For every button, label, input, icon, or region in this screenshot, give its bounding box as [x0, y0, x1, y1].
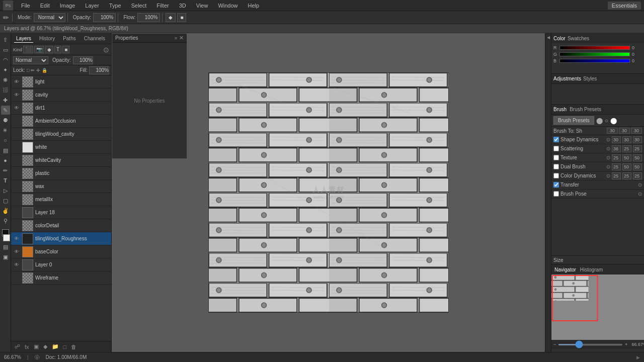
menu-filter[interactable]: Filter: [154, 3, 171, 9]
layer-visibility-toggle[interactable]: [13, 170, 20, 177]
background-color[interactable]: [3, 234, 10, 241]
lock-transparent-icon[interactable]: □: [27, 68, 29, 73]
tab-swatches[interactable]: Swatches: [568, 36, 589, 41]
history-brush-tool[interactable]: ⛯: [1, 126, 10, 135]
lock-all-icon[interactable]: 🔒: [42, 68, 47, 73]
essentials-button[interactable]: Essentials: [608, 2, 641, 10]
fill-value-layers[interactable]: [89, 66, 109, 74]
screen-mode-tool[interactable]: ▣: [1, 252, 10, 261]
tab-color[interactable]: Color: [553, 36, 566, 41]
layer-item[interactable]: tilingWood_cavity: [11, 128, 111, 141]
filter-toggle[interactable]: ⊙: [103, 46, 109, 54]
brush-setting-icon[interactable]: ⊙: [606, 155, 610, 160]
menu-type[interactable]: Type: [107, 3, 123, 9]
menu-layer[interactable]: Layer: [83, 3, 101, 9]
filter-pixel-btn[interactable]: 📷: [34, 46, 44, 53]
status-right-arrow[interactable]: ▶: [636, 355, 640, 360]
layer-item[interactable]: whiteCavity: [11, 154, 111, 167]
layer-item[interactable]: 👁Layer 0: [11, 258, 111, 272]
layer-visibility-toggle[interactable]: 👁: [13, 92, 20, 99]
tab-histogram[interactable]: Histogram: [580, 267, 603, 273]
brush-setting-checkbox[interactable]: [553, 146, 559, 151]
stamp-tool[interactable]: ⚈: [1, 116, 10, 125]
info-icon[interactable]: 🛈: [35, 354, 40, 360]
brush-setting-checkbox[interactable]: [553, 137, 559, 142]
brush-setting-checkbox[interactable]: [553, 164, 559, 169]
lasso-tool[interactable]: ◠: [1, 55, 10, 64]
shape-tool[interactable]: ▢: [1, 196, 10, 205]
g-slider[interactable]: [559, 52, 630, 56]
layer-visibility-toggle[interactable]: [13, 131, 20, 138]
layer-item[interactable]: Wireframe: [11, 272, 111, 285]
gradient-tool[interactable]: ▤: [1, 146, 10, 155]
crop-tool[interactable]: ❋: [1, 75, 10, 84]
hand-tool[interactable]: ✌: [1, 206, 10, 215]
brush-shape-icon[interactable]: ⬤: [596, 117, 603, 124]
dodge-tool[interactable]: ●: [1, 156, 10, 165]
layer-item[interactable]: 👁light: [11, 75, 111, 88]
menu-window[interactable]: Window: [216, 3, 239, 9]
layer-visibility-toggle[interactable]: 👁: [13, 261, 20, 268]
brush-softness-icon[interactable]: ○: [605, 117, 608, 124]
properties-options[interactable]: ≡: [175, 36, 177, 41]
layer-item[interactable]: white: [11, 141, 111, 154]
menu-view[interactable]: View: [194, 3, 210, 9]
brush-setting-icon[interactable]: ⊙: [606, 146, 610, 151]
layer-visibility-toggle[interactable]: [13, 144, 20, 151]
tab-brush-presets[interactable]: Brush Presets: [570, 107, 601, 112]
brush-presets-btn[interactable]: Brush Presets: [553, 116, 594, 125]
lock-position-icon[interactable]: ✛: [36, 68, 40, 73]
document-canvas[interactable]: 人人素材 www.rr-sc.com: [208, 72, 449, 313]
move-tool[interactable]: ⇧: [1, 35, 10, 44]
layer-visibility-toggle[interactable]: 👁: [13, 248, 20, 255]
brush-tool[interactable]: ✎: [1, 106, 10, 115]
layer-visibility-toggle[interactable]: [13, 183, 20, 190]
layer-visibility-toggle[interactable]: [13, 157, 20, 164]
selection-tool[interactable]: ▭: [1, 45, 10, 54]
lock-image-icon[interactable]: ✏: [31, 68, 35, 73]
quick-mask-tool[interactable]: ▤: [1, 242, 10, 251]
menu-3d[interactable]: 3D: [177, 3, 188, 9]
brush-setting-checkbox[interactable]: [553, 173, 559, 178]
menu-select[interactable]: Select: [129, 3, 149, 9]
zoom-in-btn[interactable]: +: [625, 342, 627, 347]
layer-delete-btn[interactable]: 🗑: [69, 344, 78, 350]
opacity-input[interactable]: [93, 13, 116, 22]
layer-new-btn[interactable]: □: [62, 344, 68, 350]
brush-setting-checkbox[interactable]: [553, 191, 559, 197]
layer-link-btn[interactable]: ☍: [13, 343, 22, 350]
pen-tool[interactable]: ✏: [1, 166, 10, 175]
layer-item[interactable]: 👁baseColor: [11, 245, 111, 258]
layer-fx-btn[interactable]: fx: [23, 344, 31, 350]
collapse-btn[interactable]: ◀: [546, 35, 550, 40]
r-slider[interactable]: [559, 46, 630, 50]
filter-adj-btn[interactable]: ◆: [45, 46, 53, 53]
path-selection-tool[interactable]: ▷: [1, 186, 10, 195]
tab-styles[interactable]: Styles: [583, 76, 597, 81]
magic-wand-tool[interactable]: ✦: [1, 65, 10, 74]
layer-item[interactable]: 👁tilingWood_Roughness: [11, 232, 111, 245]
properties-close-btn[interactable]: ✕: [179, 35, 184, 41]
layer-visibility-toggle[interactable]: [13, 118, 20, 125]
menu-file[interactable]: File: [19, 3, 32, 9]
layer-item[interactable]: AmbientOcclusion: [11, 115, 111, 128]
smoothing-btn[interactable]: ■: [177, 13, 186, 22]
b-slider[interactable]: [559, 59, 630, 63]
mode-select[interactable]: Normal: [34, 13, 65, 22]
canvas-area[interactable]: Properties ≡ ✕ No Properties: [112, 33, 545, 352]
layer-folder-btn[interactable]: 📁: [50, 343, 60, 350]
brush-setting-icon[interactable]: ⊙: [638, 191, 642, 197]
tab-navigator[interactable]: Navigator: [554, 267, 576, 273]
layer-visibility-toggle[interactable]: 👁: [13, 235, 20, 242]
layer-visibility-toggle[interactable]: 👁: [13, 105, 20, 112]
layer-adj-btn[interactable]: ◆: [42, 343, 49, 350]
tab-brush[interactable]: Brush: [553, 107, 567, 112]
layer-item[interactable]: colorDetail: [11, 219, 111, 232]
healing-tool[interactable]: ✚: [1, 96, 10, 105]
layer-item[interactable]: Layer 18: [11, 206, 111, 219]
layer-visibility-toggle[interactable]: [13, 196, 20, 203]
menu-help[interactable]: Help: [246, 3, 262, 9]
menu-image[interactable]: Image: [58, 3, 77, 9]
filter-kind-btn[interactable]: ⬛: [23, 46, 33, 53]
layer-visibility-toggle[interactable]: [13, 209, 20, 216]
